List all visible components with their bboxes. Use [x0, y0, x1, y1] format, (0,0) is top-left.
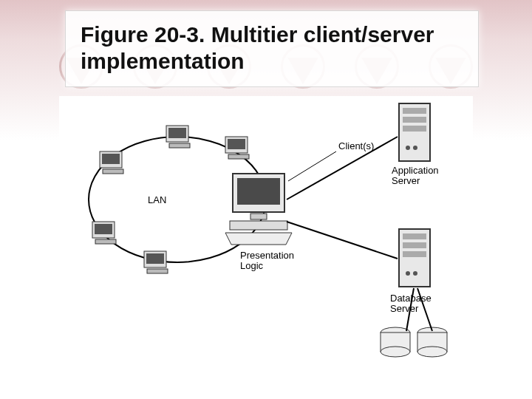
svg-point-29 [406, 271, 410, 276]
client-leader-line [288, 151, 336, 181]
svg-point-24 [413, 146, 417, 150]
svg-rect-27 [403, 242, 426, 248]
ring-workstation [144, 251, 168, 273]
lan-label: LAN [148, 194, 166, 205]
svg-rect-2 [103, 169, 123, 174]
ring-workstation [92, 222, 116, 244]
svg-point-23 [406, 146, 410, 150]
svg-rect-5 [169, 143, 190, 148]
svg-point-36 [417, 347, 447, 357]
ring-workstation [166, 126, 190, 148]
appserver-label: Application Server [392, 165, 441, 186]
svg-rect-4 [168, 128, 186, 138]
svg-rect-8 [228, 154, 249, 159]
database-disk-icon [381, 327, 410, 357]
ring-workstation [100, 151, 123, 174]
svg-rect-16 [237, 178, 280, 205]
svg-rect-10 [95, 224, 112, 234]
svg-rect-14 [147, 269, 168, 273]
svg-rect-11 [95, 239, 116, 244]
svg-rect-28 [403, 251, 426, 257]
figure-title: Figure 20-3. Multitier client/server imp… [81, 21, 463, 75]
ring-workstation [225, 137, 249, 159]
application-server-icon [399, 103, 430, 161]
svg-rect-7 [228, 139, 245, 149]
svg-rect-21 [403, 117, 426, 123]
architecture-diagram: LAN [59, 96, 473, 377]
svg-point-30 [413, 271, 417, 276]
svg-rect-17 [250, 214, 267, 219]
svg-rect-1 [102, 154, 120, 164]
svg-rect-13 [146, 253, 164, 264]
clients-label: Client(s) [338, 140, 374, 151]
svg-rect-22 [403, 126, 426, 132]
database-server-icon [399, 229, 430, 287]
presentation-label-1: PresentationLogic [240, 250, 294, 271]
conn-pc-to-dbserver [287, 222, 398, 259]
presentation-pc [225, 174, 292, 245]
svg-point-33 [381, 347, 410, 357]
svg-rect-20 [403, 108, 426, 114]
database-disk-icon [417, 327, 447, 357]
figure-title-box: Figure 20-3. Multitier client/server imp… [65, 10, 479, 87]
svg-rect-18 [230, 221, 287, 230]
svg-rect-26 [403, 233, 426, 239]
